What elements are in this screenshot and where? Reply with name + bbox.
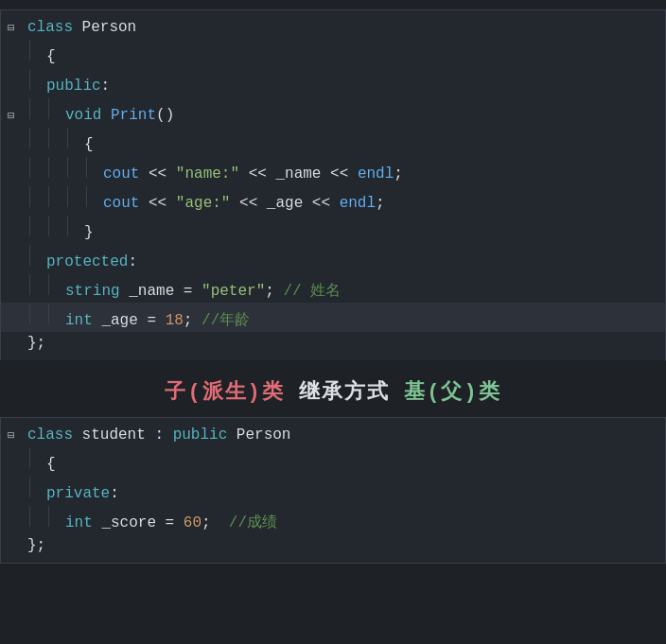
code-token: _name xyxy=(275,165,321,183)
upper-line-3: public: xyxy=(1,68,665,97)
code-token: _score = xyxy=(101,514,183,531)
indent-bar-0 xyxy=(29,98,46,119)
indent-bar-2 xyxy=(67,186,84,207)
code-token: ; xyxy=(265,283,283,300)
indent-bar-1 xyxy=(48,216,65,236)
code-token: { xyxy=(46,456,56,473)
code-token: "name:" xyxy=(176,165,239,183)
code-token: //年龄 xyxy=(202,312,250,329)
code-editor: ⊟class Person{public:⊟void Print(){cout … xyxy=(0,9,666,644)
indent-bar-0 xyxy=(29,40,46,61)
code-token: endl xyxy=(358,165,394,183)
code-token: int xyxy=(65,312,101,329)
lower-lines-container: ⊟class student : public Person{private:i… xyxy=(1,424,665,557)
upper-line-6: cout << "name:" << _name << endl; xyxy=(1,156,665,185)
lower-line-3-code: private: xyxy=(46,483,119,504)
lower-line-2-code: { xyxy=(46,454,56,475)
code-token: : xyxy=(128,253,137,270)
indent-bar-0 xyxy=(29,245,46,266)
upper-line-4-collapse-icon[interactable]: ⊟ xyxy=(8,109,21,123)
annotation-part: 继承方式 xyxy=(285,381,404,405)
code-token: << xyxy=(149,195,176,212)
indent-bar-2 xyxy=(67,157,84,178)
indent-bar-1 xyxy=(48,98,65,119)
code-token: public xyxy=(173,426,237,444)
code-token: << xyxy=(239,165,275,183)
code-token: Person xyxy=(237,426,291,444)
code-token: private xyxy=(46,485,110,502)
upper-line-9: protected: xyxy=(1,244,665,273)
indent-bar-1 xyxy=(48,157,65,178)
code-token: { xyxy=(46,48,56,65)
code-token: cout xyxy=(103,195,149,212)
code-token: ; xyxy=(376,195,385,212)
code-token: int xyxy=(65,514,101,531)
indent-bar-3 xyxy=(86,186,103,207)
upper-line-4-gutter: ⊟ xyxy=(1,109,27,123)
upper-line-11: int _age = 18; //年龄 xyxy=(1,303,665,332)
code-token: << xyxy=(321,165,357,183)
lower-line-4: int _score = 60; //成绩 xyxy=(1,505,665,534)
lower-line-2: { xyxy=(1,446,665,476)
code-token: ; xyxy=(394,165,403,183)
code-token: 18 xyxy=(166,312,184,329)
upper-lines-container: ⊟class Person{public:⊟void Print(){cout … xyxy=(1,16,665,355)
code-token: }; xyxy=(27,335,45,352)
code-token: () xyxy=(156,107,174,124)
indent-bar-0 xyxy=(29,447,46,468)
code-token: endl xyxy=(340,195,376,212)
lower-line-4-code: int _score = 60; //成绩 xyxy=(65,513,277,533)
indent-bar-3 xyxy=(86,157,103,178)
upper-code-block: ⊟class Person{public:⊟void Print(){cout … xyxy=(0,9,666,360)
code-token: Person xyxy=(82,19,137,36)
upper-line-1-gutter: ⊟ xyxy=(1,21,27,35)
indent-bar-1 xyxy=(48,274,65,295)
annotation-text: 子(派生)类 继承方式 基(父)类 xyxy=(165,381,500,405)
upper-line-8: } xyxy=(1,215,665,244)
upper-line-11-code: int _age = 18; //年龄 xyxy=(65,310,250,331)
upper-line-7-code: cout << "age:" << _age << endl; xyxy=(103,193,385,214)
code-token: //成绩 xyxy=(229,514,277,531)
upper-line-1-code: class Person xyxy=(27,17,136,38)
code-token: ; xyxy=(184,312,202,329)
upper-line-1-collapse-icon[interactable]: ⊟ xyxy=(8,21,21,35)
indent-bar-2 xyxy=(67,128,84,148)
upper-line-10-code: string _name = "peter"; // 姓名 xyxy=(65,281,341,302)
code-token: cout xyxy=(103,165,149,183)
upper-line-5-code: { xyxy=(84,134,94,155)
lower-line-1-gutter: ⊟ xyxy=(1,428,27,443)
code-token: : xyxy=(110,485,119,502)
lower-code-block: ⊟class student : public Person{private:i… xyxy=(0,417,666,564)
code-token: { xyxy=(84,136,94,153)
indent-bar-0 xyxy=(29,216,46,236)
code-token: // 姓名 xyxy=(283,283,341,300)
code-token: public xyxy=(46,78,101,95)
annotation-part: 子(派生)类 xyxy=(165,381,284,405)
code-token: protected xyxy=(46,253,128,270)
lower-line-3: private: xyxy=(1,476,665,505)
indent-bar-2 xyxy=(67,216,84,236)
code-token: "peter" xyxy=(202,283,265,300)
upper-line-2-code: { xyxy=(46,46,56,67)
lower-line-1-code: class student : public Person xyxy=(27,425,290,445)
indent-bar-1 xyxy=(48,506,65,527)
upper-line-4: ⊟void Print() xyxy=(1,97,665,127)
code-token: student : xyxy=(82,426,173,444)
annotation-part: 基(父)类 xyxy=(404,381,500,405)
lower-line-1-collapse-icon[interactable]: ⊟ xyxy=(8,428,21,443)
indent-bar-0 xyxy=(29,69,46,90)
indent-bar-0 xyxy=(29,157,46,178)
indent-bar-0 xyxy=(29,128,46,148)
annotation-divider: 子(派生)类 继承方式 基(父)类 xyxy=(0,360,666,417)
upper-line-2: { xyxy=(1,39,665,68)
lower-line-5-code: }; xyxy=(27,535,45,556)
code-token: << xyxy=(149,165,176,183)
code-token: } xyxy=(84,224,94,241)
code-token: class xyxy=(27,19,82,36)
upper-line-6-code: cout << "name:" << _name << endl; xyxy=(103,164,403,184)
code-token: string xyxy=(65,283,129,300)
code-token: ; xyxy=(202,514,229,531)
code-token: class xyxy=(27,426,82,444)
upper-line-9-code: protected: xyxy=(46,252,137,272)
upper-line-5: { xyxy=(1,127,665,156)
